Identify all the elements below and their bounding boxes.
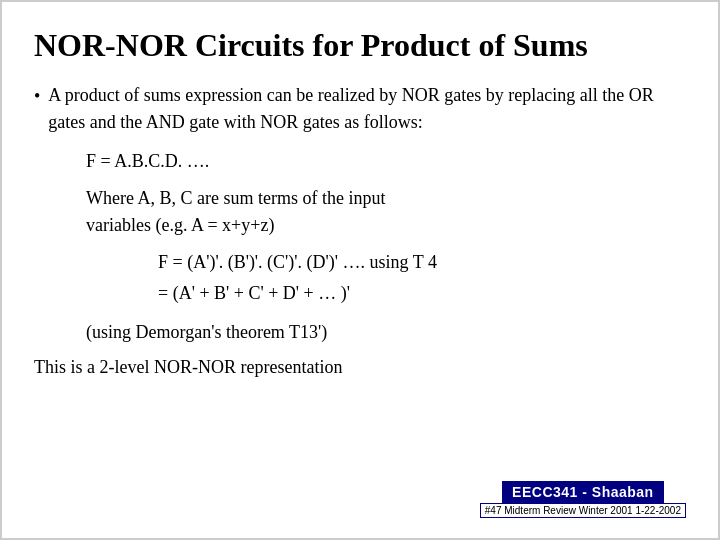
footer-badge: EECC341 - Shaaban #47 Midterm Review Win… bbox=[480, 481, 686, 518]
indented-content: F = A.B.C.D. …. Where A, B, C are sum te… bbox=[86, 148, 686, 346]
formula-2-line-1: F = (A')'. (B')'. (C')'. (D')' …. using … bbox=[158, 249, 686, 276]
bullet-dot: • bbox=[34, 83, 40, 110]
where-line-2: variables (e.g. A = x+y+z) bbox=[86, 212, 686, 239]
slide-content: • A product of sums expression can be re… bbox=[34, 82, 686, 473]
formula-2-line-2: = (A' + B' + C' + D' + … )' bbox=[158, 280, 686, 307]
slide: NOR-NOR Circuits for Product of Sums • A… bbox=[0, 0, 720, 540]
where-line-1: Where A, B, C are sum terms of the input bbox=[86, 185, 686, 212]
slide-footer: EECC341 - Shaaban #47 Midterm Review Win… bbox=[34, 481, 686, 518]
slide-title: NOR-NOR Circuits for Product of Sums bbox=[34, 26, 686, 64]
formula-block-2: F = (A')'. (B')'. (C')'. (D')' …. using … bbox=[158, 249, 686, 307]
bullet-text: A product of sums expression can be real… bbox=[48, 82, 686, 136]
formula-1: F = A.B.C.D. …. bbox=[86, 148, 686, 175]
two-level-line: This is a 2-level NOR-NOR representation bbox=[34, 354, 686, 381]
footer-sub-text: #47 Midterm Review Winter 2001 1-22-2002 bbox=[480, 503, 686, 518]
where-block: Where A, B, C are sum terms of the input… bbox=[86, 185, 686, 239]
demorgan-line: (using Demorgan's theorem T13') bbox=[86, 319, 686, 346]
footer-main-text: EECC341 - Shaaban bbox=[502, 481, 664, 503]
bullet-item: • A product of sums expression can be re… bbox=[34, 82, 686, 136]
